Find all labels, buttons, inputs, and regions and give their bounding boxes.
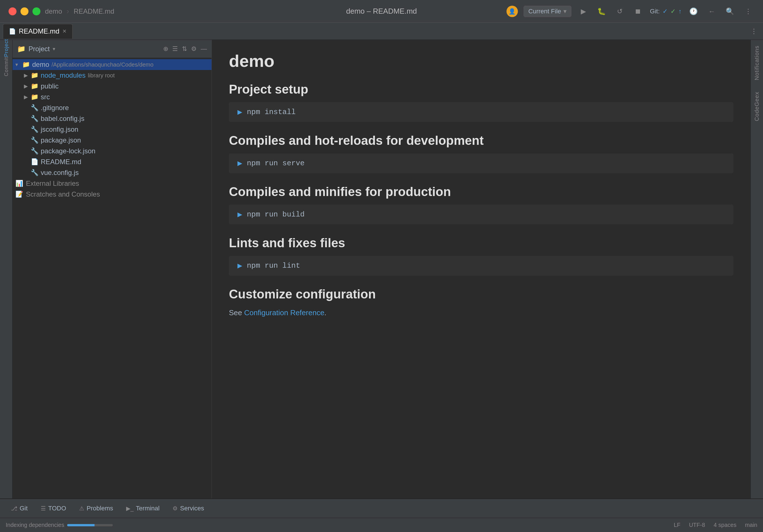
git-check-icon[interactable]: ✓ (663, 8, 668, 15)
tree-item-package[interactable]: 🔧 package.json (13, 135, 212, 146)
tree-item-gitignore[interactable]: 🔧 .gitignore (13, 102, 212, 113)
services-tab-icon: ⚙ (172, 505, 178, 512)
tree-item-readme[interactable]: 📄 README.md (13, 156, 212, 167)
root-chevron-icon: ▾ (15, 61, 22, 68)
config-reference-link[interactable]: Configuration Reference (244, 309, 325, 317)
package-lock-icon: 🔧 (31, 147, 39, 155)
titlebar: demo › README.md demo – README.md 👤 Curr… (0, 0, 763, 23)
minimize-button[interactable] (21, 7, 29, 15)
tree-item-package-lock[interactable]: 🔧 package-lock.json (13, 146, 212, 156)
project-title[interactable]: 📁 Project ▾ (17, 45, 55, 53)
tab-close-button[interactable]: ✕ (62, 28, 66, 35)
project-chevron-icon: ▾ (53, 46, 55, 52)
code-text-1: npm run serve (247, 159, 305, 168)
play-icon-3[interactable]: ▶ (238, 262, 242, 269)
bottom-tab-git[interactable]: ⎇ Git (6, 502, 33, 514)
titlebar-right: 👤 Current File ▾ ▶ 🐛 ↺ ⏹ Git: ✓ ✓ ↑ 🕐 ← … (506, 5, 754, 18)
problems-tab-label: Problems (86, 505, 113, 512)
bottom-tab-problems[interactable]: ⚠ Problems (74, 502, 118, 514)
refresh-button[interactable]: ↺ (613, 5, 626, 18)
sidebar-icon-project[interactable]: Project (1, 43, 11, 53)
current-file-label: Current File (528, 8, 561, 15)
indexing-text: Indexing dependencies (6, 522, 64, 528)
package-name: package.json (41, 136, 81, 144)
back-button[interactable]: ← (706, 5, 718, 18)
tree-item-node-modules[interactable]: ▶ 📁 node_modules library root (13, 70, 212, 81)
scratches-and-consoles[interactable]: 📝 Scratches and Consoles (13, 189, 212, 200)
bottom-tab-todo[interactable]: ☰ TODO (36, 502, 71, 514)
gitignore-icon: 🔧 (31, 104, 39, 112)
codegeex-label[interactable]: CodeGeex (754, 89, 760, 124)
status-right: LF UTF-8 4 spaces main (674, 522, 757, 528)
project-label: Project (29, 45, 50, 53)
root-path: /Applications/shaoqunchao/Codes/demo (52, 61, 154, 68)
external-libraries-label: External Libraries (26, 180, 79, 188)
jsconfig-name: jsconfig.json (41, 126, 78, 133)
section-heading-2: Compiles and minifies for production (229, 185, 733, 199)
settings-icon[interactable]: ⚙ (191, 45, 197, 52)
maximize-button[interactable] (33, 7, 41, 15)
git-push-icon[interactable]: ↑ (679, 8, 682, 15)
section-heading-1: Compiles and hot-reloads for development (229, 133, 733, 148)
vue-config-icon: 🔧 (31, 169, 39, 176)
markdown-content: demo Project setup ▶ npm install Compile… (229, 51, 733, 319)
stop-button[interactable]: ⏹ (632, 5, 644, 18)
more-button[interactable]: ⋮ (742, 5, 754, 18)
locate-icon[interactable]: ⊕ (163, 45, 168, 52)
terminal-tab-icon: ▶_ (126, 505, 134, 512)
src-folder-icon: 📁 (31, 93, 39, 101)
tree-item-jsconfig[interactable]: 🔧 jsconfig.json (13, 124, 212, 135)
bottom-tab-services[interactable]: ⚙ Services (167, 502, 209, 514)
spaces-indicator[interactable]: 4 spaces (714, 522, 736, 528)
encoding-indicator[interactable]: UTF-8 (689, 522, 705, 528)
search-button[interactable]: 🔍 (724, 5, 736, 18)
right-sidebar: Notifications CodeGeex (750, 40, 763, 498)
services-tab-label: Services (180, 505, 204, 512)
tree-root[interactable]: ▾ 📁 demo /Applications/shaoqunchao/Codes… (13, 59, 212, 70)
tree-item-src[interactable]: ▶ 📁 src (13, 92, 212, 102)
current-file-button[interactable]: Current File ▾ (524, 6, 571, 17)
history-button[interactable]: 🕐 (687, 5, 700, 18)
external-libraries[interactable]: 📊 External Libraries (13, 178, 212, 189)
play-icon-0[interactable]: ▶ (238, 108, 242, 116)
run-button[interactable]: ▶ (577, 5, 590, 18)
close-panel-icon[interactable]: — (201, 45, 207, 52)
left-sidebar-icons: Project Commit (0, 40, 13, 498)
play-icon-1[interactable]: ▶ (238, 160, 242, 167)
tab-file-icon: 📄 (9, 28, 16, 35)
sort-icon[interactable]: ⇅ (182, 45, 187, 52)
section-heading-0: Project setup (229, 82, 733, 96)
public-chevron-icon: ▶ (24, 83, 31, 89)
window-title: demo – README.md (346, 7, 417, 16)
traffic-lights (9, 7, 41, 15)
collapse-all-icon[interactable]: ☰ (172, 45, 178, 52)
play-icon-2[interactable]: ▶ (238, 211, 242, 218)
bottom-tab-terminal[interactable]: ▶_ Terminal (121, 502, 164, 514)
readme-name: README.md (41, 158, 81, 166)
tab-more-button[interactable]: ⋮ (748, 25, 760, 38)
file-tree-content: ▾ 📁 demo /Applications/shaoqunchao/Codes… (13, 58, 212, 498)
tree-item-vue-config[interactable]: 🔧 vue.config.js (13, 167, 212, 178)
section-paragraph-4: See Configuration Reference. (229, 307, 733, 319)
git-label: Git: (650, 8, 660, 15)
debug-button[interactable]: 🐛 (595, 5, 608, 18)
tree-item-babel[interactable]: 🔧 babel.config.js (13, 113, 212, 124)
public-name: public (41, 82, 58, 90)
terminal-tab-label: Terminal (136, 505, 160, 512)
tab-readme[interactable]: 📄 README.md ✕ (3, 24, 72, 39)
babel-name: babel.config.js (41, 115, 84, 123)
markdown-h1: demo (229, 51, 733, 71)
chevron-down-icon: ▾ (563, 8, 567, 15)
git-tick-icon[interactable]: ✓ (671, 8, 676, 15)
status-bar: Indexing dependencies LF UTF-8 4 spaces … (0, 518, 763, 532)
branch-indicator[interactable]: main (745, 522, 757, 528)
tree-item-public[interactable]: ▶ 📁 public (13, 81, 212, 92)
notifications-label[interactable]: Notifications (754, 43, 760, 83)
problems-tab-icon: ⚠ (79, 505, 84, 512)
sidebar-icon-commit[interactable]: Commit (1, 61, 11, 72)
paragraph-suffix: . (324, 309, 326, 317)
user-avatar[interactable]: 👤 (506, 6, 518, 17)
root-folder-icon: 📁 (22, 61, 30, 68)
lf-indicator[interactable]: LF (674, 522, 681, 528)
close-button[interactable] (9, 7, 17, 15)
